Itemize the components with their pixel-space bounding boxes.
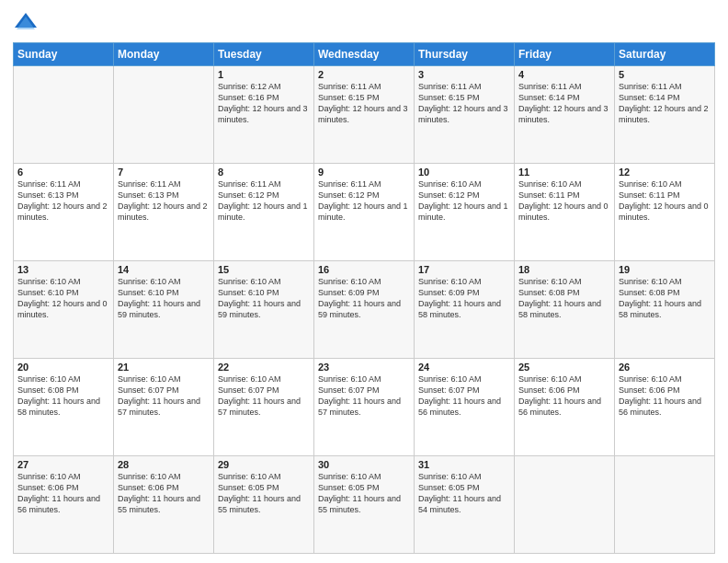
- day-info: Sunrise: 6:10 AM Sunset: 6:06 PM Dayligh…: [118, 471, 210, 516]
- day-info: Sunrise: 6:10 AM Sunset: 6:07 PM Dayligh…: [418, 373, 510, 419]
- day-number: 21: [118, 362, 210, 373]
- calendar-cell: 7Sunrise: 6:11 AM Sunset: 6:13 PM Daylig…: [114, 164, 214, 261]
- calendar-cell: 25Sunrise: 6:10 AM Sunset: 6:06 PM Dayli…: [515, 359, 615, 456]
- day-info: Sunrise: 6:11 AM Sunset: 6:12 PM Dayligh…: [218, 178, 310, 224]
- logo: [13, 9, 40, 35]
- day-number: 2: [318, 69, 410, 80]
- calendar-cell: 20Sunrise: 6:10 AM Sunset: 6:08 PM Dayli…: [14, 359, 114, 456]
- day-info: Sunrise: 6:10 AM Sunset: 6:08 PM Dayligh…: [619, 276, 711, 321]
- day-number: 23: [318, 362, 410, 373]
- day-number: 18: [518, 264, 610, 275]
- day-info: Sunrise: 6:11 AM Sunset: 6:15 PM Dayligh…: [418, 81, 510, 126]
- calendar-cell: 17Sunrise: 6:10 AM Sunset: 6:09 PM Dayli…: [415, 261, 515, 359]
- day-info: Sunrise: 6:10 AM Sunset: 6:07 PM Dayligh…: [318, 373, 410, 419]
- day-info: Sunrise: 6:10 AM Sunset: 6:11 PM Dayligh…: [518, 178, 610, 224]
- day-info: Sunrise: 6:10 AM Sunset: 6:12 PM Dayligh…: [418, 178, 510, 224]
- day-number: 28: [118, 459, 210, 470]
- day-header-sunday: Sunday: [14, 43, 114, 66]
- calendar-cell: 2Sunrise: 6:11 AM Sunset: 6:15 PM Daylig…: [314, 66, 415, 164]
- day-number: 16: [318, 264, 410, 275]
- day-number: 4: [518, 69, 610, 80]
- day-number: 26: [619, 362, 711, 373]
- calendar-cell: 10Sunrise: 6:10 AM Sunset: 6:12 PM Dayli…: [415, 164, 515, 261]
- logo-icon: [13, 9, 39, 35]
- day-info: Sunrise: 6:11 AM Sunset: 6:14 PM Dayligh…: [518, 81, 610, 126]
- week-row-0: 1Sunrise: 6:12 AM Sunset: 6:16 PM Daylig…: [14, 66, 715, 164]
- day-info: Sunrise: 6:10 AM Sunset: 6:05 PM Dayligh…: [418, 471, 510, 516]
- week-row-1: 6Sunrise: 6:11 AM Sunset: 6:13 PM Daylig…: [14, 164, 715, 261]
- calendar-header-row: SundayMondayTuesdayWednesdayThursdayFrid…: [14, 43, 715, 66]
- day-number: 22: [218, 362, 310, 373]
- day-info: Sunrise: 6:10 AM Sunset: 6:11 PM Dayligh…: [619, 178, 711, 224]
- calendar-cell: 18Sunrise: 6:10 AM Sunset: 6:08 PM Dayli…: [515, 261, 615, 359]
- day-header-wednesday: Wednesday: [314, 43, 415, 66]
- day-info: Sunrise: 6:11 AM Sunset: 6:13 PM Dayligh…: [118, 178, 210, 224]
- day-info: Sunrise: 6:10 AM Sunset: 6:07 PM Dayligh…: [218, 373, 310, 419]
- week-row-2: 13Sunrise: 6:10 AM Sunset: 6:10 PM Dayli…: [14, 261, 715, 359]
- calendar-cell: 15Sunrise: 6:10 AM Sunset: 6:10 PM Dayli…: [214, 261, 314, 359]
- week-row-4: 27Sunrise: 6:10 AM Sunset: 6:06 PM Dayli…: [14, 456, 715, 554]
- day-number: 14: [118, 264, 210, 275]
- day-info: Sunrise: 6:10 AM Sunset: 6:08 PM Dayligh…: [17, 373, 109, 419]
- calendar-cell: [615, 456, 715, 554]
- calendar-cell: 29Sunrise: 6:10 AM Sunset: 6:05 PM Dayli…: [214, 456, 314, 554]
- day-number: 20: [17, 362, 109, 373]
- day-info: Sunrise: 6:10 AM Sunset: 6:10 PM Dayligh…: [218, 276, 310, 321]
- day-number: 17: [418, 264, 510, 275]
- day-info: Sunrise: 6:10 AM Sunset: 6:10 PM Dayligh…: [118, 276, 210, 321]
- calendar-cell: [515, 456, 615, 554]
- calendar-cell: 19Sunrise: 6:10 AM Sunset: 6:08 PM Dayli…: [615, 261, 715, 359]
- calendar-cell: 8Sunrise: 6:11 AM Sunset: 6:12 PM Daylig…: [214, 164, 314, 261]
- calendar-cell: 16Sunrise: 6:10 AM Sunset: 6:09 PM Dayli…: [314, 261, 415, 359]
- day-number: 15: [218, 264, 310, 275]
- day-info: Sunrise: 6:10 AM Sunset: 6:06 PM Dayligh…: [17, 471, 109, 516]
- day-header-thursday: Thursday: [415, 43, 515, 66]
- day-info: Sunrise: 6:12 AM Sunset: 6:16 PM Dayligh…: [218, 81, 310, 126]
- calendar-cell: 5Sunrise: 6:11 AM Sunset: 6:14 PM Daylig…: [615, 66, 715, 164]
- calendar-cell: 1Sunrise: 6:12 AM Sunset: 6:16 PM Daylig…: [214, 66, 314, 164]
- day-number: 10: [418, 167, 510, 178]
- day-number: 27: [17, 459, 109, 470]
- calendar-cell: 11Sunrise: 6:10 AM Sunset: 6:11 PM Dayli…: [515, 164, 615, 261]
- day-number: 30: [318, 459, 410, 470]
- day-info: Sunrise: 6:10 AM Sunset: 6:05 PM Dayligh…: [318, 471, 410, 516]
- day-info: Sunrise: 6:11 AM Sunset: 6:13 PM Dayligh…: [17, 178, 109, 224]
- header: [13, 9, 715, 35]
- day-number: 5: [619, 69, 711, 80]
- day-number: 24: [418, 362, 510, 373]
- calendar-cell: 13Sunrise: 6:10 AM Sunset: 6:10 PM Dayli…: [14, 261, 114, 359]
- calendar-cell: 21Sunrise: 6:10 AM Sunset: 6:07 PM Dayli…: [114, 359, 214, 456]
- day-number: 6: [17, 167, 109, 178]
- calendar-cell: 27Sunrise: 6:10 AM Sunset: 6:06 PM Dayli…: [14, 456, 114, 554]
- calendar-cell: 3Sunrise: 6:11 AM Sunset: 6:15 PM Daylig…: [415, 66, 515, 164]
- calendar-cell: 23Sunrise: 6:10 AM Sunset: 6:07 PM Dayli…: [314, 359, 415, 456]
- day-header-tuesday: Tuesday: [214, 43, 314, 66]
- day-number: 1: [218, 69, 310, 80]
- day-info: Sunrise: 6:10 AM Sunset: 6:07 PM Dayligh…: [118, 373, 210, 419]
- calendar-cell: [14, 66, 114, 164]
- day-info: Sunrise: 6:11 AM Sunset: 6:14 PM Dayligh…: [619, 81, 711, 126]
- day-info: Sunrise: 6:10 AM Sunset: 6:06 PM Dayligh…: [619, 373, 711, 419]
- day-number: 3: [418, 69, 510, 80]
- day-info: Sunrise: 6:11 AM Sunset: 6:15 PM Dayligh…: [318, 81, 410, 126]
- calendar-cell: [114, 66, 214, 164]
- calendar-cell: 4Sunrise: 6:11 AM Sunset: 6:14 PM Daylig…: [515, 66, 615, 164]
- day-number: 29: [218, 459, 310, 470]
- calendar-cell: 24Sunrise: 6:10 AM Sunset: 6:07 PM Dayli…: [415, 359, 515, 456]
- day-header-friday: Friday: [515, 43, 615, 66]
- calendar-cell: 31Sunrise: 6:10 AM Sunset: 6:05 PM Dayli…: [415, 456, 515, 554]
- day-number: 12: [619, 167, 711, 178]
- day-info: Sunrise: 6:10 AM Sunset: 6:09 PM Dayligh…: [318, 276, 410, 321]
- day-number: 31: [418, 459, 510, 470]
- day-number: 7: [118, 167, 210, 178]
- day-header-saturday: Saturday: [615, 43, 715, 66]
- day-number: 9: [318, 167, 410, 178]
- day-number: 8: [218, 167, 310, 178]
- day-info: Sunrise: 6:10 AM Sunset: 6:09 PM Dayligh…: [418, 276, 510, 321]
- day-info: Sunrise: 6:10 AM Sunset: 6:05 PM Dayligh…: [218, 471, 310, 516]
- day-number: 19: [619, 264, 711, 275]
- calendar-cell: 6Sunrise: 6:11 AM Sunset: 6:13 PM Daylig…: [14, 164, 114, 261]
- day-info: Sunrise: 6:11 AM Sunset: 6:12 PM Dayligh…: [318, 178, 410, 224]
- calendar-cell: 14Sunrise: 6:10 AM Sunset: 6:10 PM Dayli…: [114, 261, 214, 359]
- day-number: 11: [518, 167, 610, 178]
